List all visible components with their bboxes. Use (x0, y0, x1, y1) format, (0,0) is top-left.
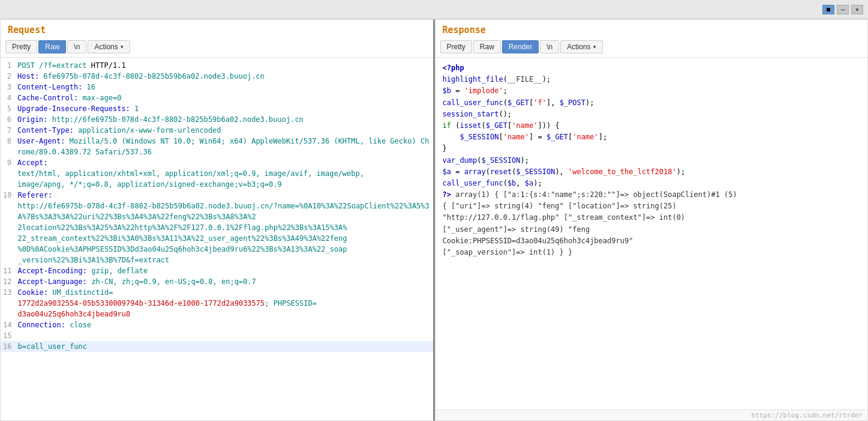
top-bar: ■ — ✕ (0, 0, 868, 19)
actions-arrow-response: ▾ (593, 44, 596, 50)
tab-raw-response[interactable]: Raw (473, 40, 501, 53)
table-row: 14 Connection: close (1, 320, 433, 330)
tab-pretty-response[interactable]: Pretty (440, 40, 472, 53)
table-row: 9 Accept:text/html, application/xhtml+xm… (1, 157, 433, 190)
table-row: 5 Upgrade-Insecure-Requests: 1 (1, 103, 433, 114)
window-controls: ■ — ✕ (822, 5, 863, 14)
table-row: 3 Content-Length: 16 (1, 82, 433, 92)
table-row: 4 Cache-Control: max-age=0 (1, 92, 433, 103)
table-row: 12 Accept-Language: zh-CN, zh;q=0.9, en-… (1, 276, 433, 287)
table-row: 16 b=call_user_func (1, 341, 433, 352)
request-panel: Request Pretty Raw \n Actions ▾ 1 POST /… (0, 19, 435, 421)
request-toolbar: Pretty Raw \n Actions ▾ (1, 38, 433, 58)
php-code-block: <?php highlight_file(__FILE__); $b = 'im… (443, 62, 861, 258)
table-row: 15 (1, 330, 433, 341)
table-row: 10 Referer:http://6fe6975b-078d-4c3f-880… (1, 190, 433, 265)
status-bar: https://blog.csdn.net/rtrder (435, 410, 868, 420)
status-url: https://blog.csdn.net/rtrder (752, 411, 863, 419)
tab-actions-request[interactable]: Actions ▾ (88, 40, 130, 53)
window-btn-close[interactable]: ✕ (851, 5, 863, 14)
table-row: 7 Content-Type: application/x-www-form-u… (1, 125, 433, 136)
request-title: Request (1, 20, 433, 38)
table-row: 13 Cookie: UM_distinctid=1772d2a9032554-… (1, 287, 433, 320)
actions-arrow-request: ▾ (121, 44, 124, 50)
table-row: 2 Host: 6fe6975b-078d-4c3f-8802-b825b59b… (1, 71, 433, 82)
request-code-table: 1 POST /?f=extract HTTP/1.1 2 Host: 6fe6… (1, 60, 433, 352)
response-toolbar: Pretty Raw Render \n Actions ▾ (435, 38, 868, 58)
main-container: Request Pretty Raw \n Actions ▾ 1 POST /… (0, 19, 868, 421)
table-row: 11 Accept-Encoding: gzip, deflate (1, 265, 433, 276)
tab-newline-response[interactable]: \n (540, 40, 559, 53)
window-btn-tile[interactable]: ■ (822, 5, 834, 14)
table-row: 6 Origin: http://6fe6975b-078d-4c3f-8802… (1, 114, 433, 125)
tab-raw-request[interactable]: Raw (38, 40, 66, 53)
response-panel: Response Pretty Raw Render \n Actions ▾ … (435, 19, 869, 421)
tab-newline-request[interactable]: \n (67, 40, 86, 53)
window-btn-minimize[interactable]: — (837, 5, 849, 14)
table-row: 1 POST /?f=extract HTTP/1.1 (1, 60, 433, 71)
request-content[interactable]: 1 POST /?f=extract HTTP/1.1 2 Host: 6fe6… (1, 58, 433, 420)
tab-pretty-request[interactable]: Pretty (5, 40, 37, 53)
response-title: Response (435, 20, 868, 38)
tab-actions-response[interactable]: Actions ▾ (560, 40, 602, 53)
table-row: 8 User-Agent: Mozilla/5.0 (Windows NT 10… (1, 136, 433, 157)
response-render-content[interactable]: <?php highlight_file(__FILE__); $b = 'im… (435, 58, 868, 410)
tab-render-response[interactable]: Render (502, 40, 539, 53)
